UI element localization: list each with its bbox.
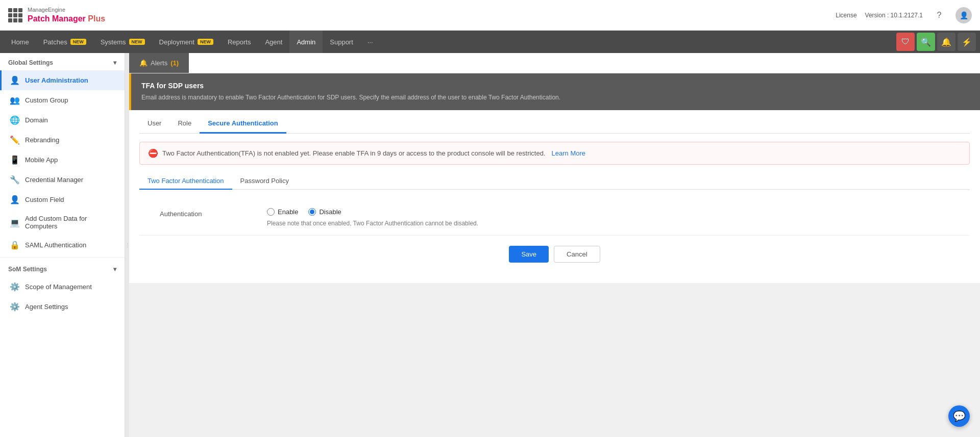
- lightning-button[interactable]: ⚡: [958, 33, 976, 51]
- systems-badge: New: [129, 39, 145, 45]
- shield-button[interactable]: 🛡: [896, 33, 915, 51]
- sidebar-item-saml-auth[interactable]: 🔒 SAML Authentication: [0, 235, 125, 255]
- sidebar-item-credential-manager[interactable]: 🔧 Credential Manager: [0, 170, 125, 190]
- save-button[interactable]: Save: [509, 246, 549, 263]
- avatar[interactable]: 👤: [955, 7, 972, 23]
- alerts-label: Alerts: [151, 59, 167, 67]
- mobile-app-icon: 📱: [10, 155, 20, 165]
- alerts-bar: 🔔 Alerts (1): [129, 53, 980, 73]
- sidebar: Global Settings ▾ 👤 User Administration …: [0, 53, 125, 437]
- som-settings-label: SoM Settings: [8, 266, 47, 273]
- learn-more-link[interactable]: Learn More: [552, 149, 585, 157]
- nav-label-more: ···: [368, 38, 373, 46]
- resize-handle[interactable]: ⋮: [125, 53, 129, 437]
- scope-icon: ⚙️: [10, 282, 20, 292]
- floating-action-button[interactable]: 💬: [948, 405, 970, 427]
- domain-icon: 🌐: [10, 115, 20, 125]
- agent-settings-label: Agent Settings: [25, 303, 68, 311]
- sub-tab-two-factor[interactable]: Two Factor Authentication: [139, 173, 232, 190]
- scope-label: Scope of Management: [25, 283, 92, 291]
- rebranding-label: Rebranding: [25, 136, 59, 144]
- nav-item-admin[interactable]: Admin: [289, 31, 323, 53]
- authentication-label: Authentication: [160, 208, 252, 218]
- nav-label-systems: Systems: [101, 38, 126, 46]
- sidebar-item-agent-settings[interactable]: ⚙️ Agent Settings: [0, 297, 125, 317]
- credential-manager-label: Credential Manager: [25, 176, 83, 184]
- disable-label: Disable: [319, 208, 341, 216]
- saml-auth-label: SAML Authentication: [25, 241, 86, 249]
- nav-item-agent[interactable]: Agent: [258, 31, 289, 53]
- help-button[interactable]: ?: [931, 7, 947, 23]
- som-settings-header[interactable]: SoM Settings ▾: [0, 260, 125, 277]
- enable-label: Enable: [278, 208, 298, 216]
- sidebar-item-custom-group[interactable]: 👥 Custom Group: [0, 90, 125, 110]
- top-header: ManageEngine Patch Manager Plus License …: [0, 0, 980, 31]
- disable-option[interactable]: Disable: [308, 208, 341, 216]
- search-button[interactable]: 🔍: [917, 33, 935, 51]
- form-hint: Please note that once enabled, Two Facto…: [267, 220, 478, 227]
- content-tabs: User Role Secure Authentication: [139, 110, 970, 134]
- nav-item-support[interactable]: Support: [323, 31, 360, 53]
- global-settings-label: Global Settings: [8, 59, 53, 66]
- som-settings-chevron: ▾: [113, 266, 116, 273]
- logo-text: ManageEngine Patch Manager Plus: [28, 7, 105, 23]
- tab-role[interactable]: Role: [169, 114, 200, 134]
- patches-badge: New: [70, 39, 86, 45]
- btn-row: Save Cancel: [139, 236, 970, 273]
- authentication-form-row: Authentication Enable Disable Please not…: [139, 200, 970, 236]
- bell-button[interactable]: 🔔: [937, 33, 955, 51]
- nav-item-deployment[interactable]: Deployment New: [152, 31, 220, 53]
- nav-right-icons: 🛡 🔍 🔔 ⚡: [896, 33, 976, 51]
- form-controls: Enable Disable Please note that once ena…: [267, 208, 478, 227]
- nav-item-systems[interactable]: Systems New: [93, 31, 152, 53]
- sidebar-item-add-custom-data[interactable]: 💻 Add Custom Data for Computers: [0, 210, 125, 235]
- nav-label-support: Support: [330, 38, 353, 46]
- add-custom-data-label: Add Custom Data for Computers: [25, 215, 116, 230]
- sidebar-divider: [0, 257, 125, 258]
- nav-item-patches[interactable]: Patches New: [36, 31, 93, 53]
- alerts-tab[interactable]: 🔔 Alerts (1): [129, 53, 189, 73]
- sidebar-item-mobile-app[interactable]: 📱 Mobile App: [0, 150, 125, 170]
- nav-item-home[interactable]: Home: [4, 31, 36, 53]
- user-admin-label: User Administration: [25, 76, 88, 84]
- logo-area: ManageEngine Patch Manager Plus: [8, 7, 105, 23]
- sub-tab-password-policy[interactable]: Password Policy: [232, 173, 297, 190]
- custom-field-label: Custom Field: [25, 196, 64, 203]
- sidebar-item-user-admin[interactable]: 👤 User Administration: [0, 70, 125, 90]
- disable-radio[interactable]: [308, 208, 316, 216]
- tab-secure-auth[interactable]: Secure Authentication: [200, 114, 286, 134]
- nav-label-reports: Reports: [228, 38, 251, 46]
- nav-bar: Home Patches New Systems New Deployment …: [0, 31, 980, 53]
- app-grid-icon[interactable]: [8, 8, 22, 22]
- mobile-app-label: Mobile App: [25, 156, 58, 164]
- license-label: License: [836, 12, 856, 19]
- credential-manager-icon: 🔧: [10, 175, 20, 185]
- sidebar-item-custom-field[interactable]: 👤 Custom Field: [0, 190, 125, 210]
- custom-field-icon: 👤: [10, 195, 20, 204]
- cancel-button[interactable]: Cancel: [554, 246, 600, 263]
- sidebar-item-domain[interactable]: 🌐 Domain: [0, 110, 125, 130]
- tab-user[interactable]: User: [139, 114, 169, 134]
- enable-option[interactable]: Enable: [267, 208, 298, 216]
- enable-radio[interactable]: [267, 208, 275, 216]
- version-label: Version : 10.1.2127.1: [865, 12, 923, 19]
- floating-icon: 💬: [953, 410, 966, 422]
- tfa-warning-text: Two Factor Authentication(TFA) is not en…: [162, 149, 546, 157]
- warning-icon: ⛔: [148, 148, 158, 158]
- product-name: Patch Manager Plus: [28, 14, 105, 23]
- bell-icon: 🔔: [139, 59, 148, 67]
- sidebar-item-scope-of-management[interactable]: ⚙️ Scope of Management: [0, 277, 125, 297]
- nav-label-agent: Agent: [265, 38, 282, 46]
- rebranding-icon: ✏️: [10, 135, 20, 145]
- sidebar-item-rebranding[interactable]: ✏️ Rebranding: [0, 130, 125, 150]
- nav-item-more[interactable]: ···: [360, 31, 380, 53]
- global-settings-chevron: ▾: [113, 59, 116, 66]
- nav-label-patches: Patches: [43, 38, 67, 46]
- sub-tabs: Two Factor Authentication Password Polic…: [139, 173, 970, 190]
- global-settings-header[interactable]: Global Settings ▾: [0, 53, 125, 70]
- nav-label-deployment: Deployment: [159, 38, 194, 46]
- custom-group-icon: 👥: [10, 95, 20, 105]
- nav-item-reports[interactable]: Reports: [220, 31, 258, 53]
- agent-settings-icon: ⚙️: [10, 302, 20, 312]
- main-layout: Global Settings ▾ 👤 User Administration …: [0, 53, 980, 437]
